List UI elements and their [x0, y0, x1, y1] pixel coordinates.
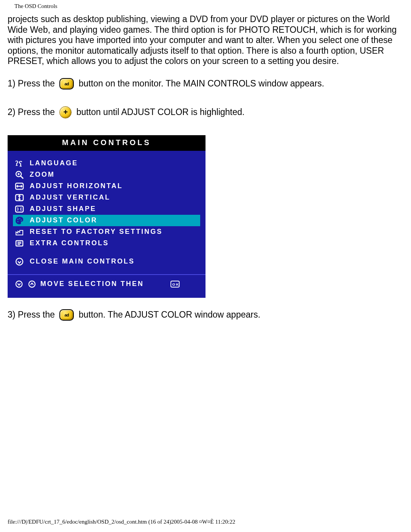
ok-box-icon: OK: [170, 280, 180, 289]
svg-point-12: [19, 218, 21, 219]
step-1-text-post: button on the monitor. The MAIN CONTROLS…: [76, 78, 324, 89]
vertical-icon: [14, 193, 24, 203]
osd-item-label: ADJUST COLOR: [30, 216, 199, 224]
osd-item-label: LANGUAGE: [30, 159, 199, 167]
svg-text:OK: OK: [172, 282, 180, 286]
extra-icon: [14, 238, 24, 248]
svg-point-20: [16, 258, 23, 265]
zoom-icon: [14, 170, 24, 180]
page-header-title: The OSD Controls: [14, 3, 403, 10]
svg-rect-10: [16, 206, 23, 212]
svg-line-3: [21, 176, 23, 179]
step-2: 2) Press the + button until ADJUST COLOR…: [8, 106, 403, 118]
osd-footer: MOVE SELECTION THEN OK: [13, 279, 200, 289]
osd-item-label: ADJUST HORIZONTAL: [30, 182, 199, 190]
osd-item-adjust-horizontal[interactable]: ADJUST HORIZONTAL: [13, 181, 200, 192]
ok-button-icon: ad: [59, 309, 74, 321]
close-icon: [14, 257, 24, 267]
osd-item-label: RESET TO FACTORY SETTINGS: [30, 228, 199, 236]
language-icon: ʔʕ: [14, 158, 24, 168]
osd-body: ʔʕ LANGUAGE ZOOM ADJUST HORIZONTAL: [8, 151, 206, 298]
svg-point-11: [18, 219, 19, 220]
svg-point-21: [16, 281, 22, 288]
osd-item-adjust-color[interactable]: ADJUST COLOR: [13, 215, 200, 226]
osd-item-adjust-shape[interactable]: ADJUST SHAPE: [13, 203, 200, 215]
osd-item-label: ADJUST VERTICAL: [30, 193, 199, 201]
step-3-text-post: button. The ADJUST COLOR window appears.: [76, 310, 260, 320]
down-arrow-icon: [14, 280, 24, 289]
color-icon: [14, 216, 24, 225]
osd-item-label: ADJUST SHAPE: [30, 205, 199, 213]
osd-item-adjust-vertical[interactable]: ADJUST VERTICAL: [13, 192, 200, 203]
osd-close-label: CLOSE MAIN CONTROLS: [30, 257, 199, 265]
svg-point-13: [21, 219, 22, 220]
osd-item-close[interactable]: CLOSE MAIN CONTROLS: [13, 256, 200, 267]
osd-item-label: EXTRA CONTROLS: [30, 239, 199, 247]
factory-icon: [14, 227, 24, 237]
osd-item-extra-controls[interactable]: EXTRA CONTROLS: [13, 238, 200, 249]
osd-main-controls-panel: MAIN CONTROLS ʔʕ LANGUAGE ZOOM: [8, 135, 206, 298]
svg-point-22: [29, 281, 35, 288]
step-2-text-pre: 2) Press the: [8, 107, 57, 117]
up-arrow-icon: [27, 280, 37, 289]
step-3-text-pre: 3) Press the: [8, 310, 57, 320]
ok-button-icon: ad: [59, 78, 74, 89]
osd-item-language[interactable]: ʔʕ LANGUAGE: [13, 158, 200, 169]
horizontal-icon: [14, 181, 24, 191]
osd-title: MAIN CONTROLS: [8, 135, 206, 151]
osd-item-reset-factory[interactable]: RESET TO FACTORY SETTINGS: [13, 226, 200, 238]
osd-item-zoom[interactable]: ZOOM: [13, 169, 200, 181]
shape-icon: [14, 204, 24, 214]
svg-point-14: [18, 221, 19, 222]
osd-footer-label: MOVE SELECTION THEN: [40, 280, 144, 288]
osd-item-label: ZOOM: [30, 171, 199, 179]
osd-divider: [8, 274, 206, 275]
step-1: 1) Press the ad button on the monitor. T…: [8, 78, 403, 89]
page-footer-path: file:///D|/EDFU/crt_17_6/edoc/english/OS…: [8, 519, 235, 525]
step-3: 3) Press the ad button. The ADJUST COLOR…: [8, 309, 403, 321]
step-2-text-post: button until ADJUST COLOR is highlighted…: [74, 107, 244, 117]
step-1-text-pre: 1) Press the: [8, 78, 57, 89]
svg-text:ʕ: ʕ: [19, 160, 24, 168]
plus-button-icon: +: [59, 106, 72, 118]
intro-paragraph: projects such as desktop publishing, vie…: [8, 14, 403, 67]
